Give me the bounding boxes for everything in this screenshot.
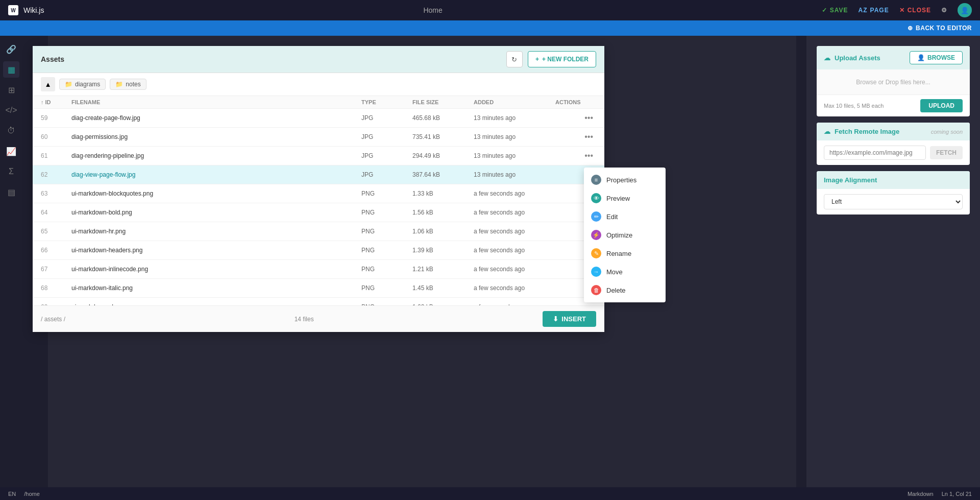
- upload-assets-section: ☁ Upload Assets 👤 BROWSE Browse or Drop …: [817, 46, 970, 116]
- col-filename[interactable]: Filename: [71, 99, 361, 105]
- insert-button[interactable]: ⬇ INSERT: [543, 311, 596, 327]
- file-type: PNG: [361, 284, 412, 292]
- table-row[interactable]: 60 diag-permissions.jpg JPG 735.41 kB 13…: [33, 128, 604, 147]
- table-row[interactable]: 64 ui-markdown-bold.png PNG 1.56 kB a fe…: [33, 203, 604, 222]
- context-delete[interactable]: 🗑 Delete: [584, 281, 666, 299]
- file-added: 13 minutes ago: [474, 114, 555, 122]
- top-bar-left: W Wiki.js: [8, 5, 44, 15]
- table-row[interactable]: 67 ui-markdown-inlinecode.png PNG 1.21 k…: [33, 260, 604, 279]
- context-rename[interactable]: ✎ Rename: [584, 244, 666, 263]
- fetch-title: ☁ Fetch Remote Image: [824, 128, 899, 135]
- file-actions-button[interactable]: •••: [581, 131, 596, 142]
- file-id: 68: [41, 284, 71, 292]
- sidebar-icon-chart[interactable]: 📈: [3, 143, 19, 159]
- sidebar-icon-link[interactable]: 🔗: [3, 41, 19, 57]
- browse-button[interactable]: 👤 BROWSE: [910, 51, 963, 64]
- col-id[interactable]: ↑ ID: [41, 99, 71, 105]
- table-row[interactable]: 66 ui-markdown-headers.png PNG 1.39 kB a…: [33, 241, 604, 260]
- file-added: a few seconds ago: [474, 284, 555, 292]
- cursor-position: Ln 1, Col 21: [942, 491, 972, 497]
- file-size: 1.21 kB: [412, 266, 474, 273]
- max-files-label: Max 10 files, 5 MB each: [824, 103, 884, 109]
- table-row[interactable]: 63 ui-markdown-blockquotes.png PNG 1.33 …: [33, 184, 604, 203]
- user-avatar[interactable]: 👤: [958, 3, 972, 17]
- sidebar-icon-grid[interactable]: ▦: [3, 61, 19, 78]
- table-row[interactable]: 65 ui-markdown-hr.png PNG 1.06 kB a few …: [33, 222, 604, 241]
- file-id: 65: [41, 228, 71, 235]
- alignment-header: Image Alignment: [817, 171, 970, 189]
- file-name: ui-markdown-headers.png: [71, 247, 361, 254]
- file-size: 1.06 kB: [412, 228, 474, 235]
- breadcrumb-nav: ▲ 📁 diagrams 📁 notes: [33, 73, 604, 96]
- coming-soon-label: coming soon: [931, 129, 963, 135]
- file-added: a few seconds ago: [474, 266, 555, 273]
- status-left: EN /home: [8, 491, 40, 497]
- sidebar-icon-grid2[interactable]: ▤: [3, 184, 19, 200]
- file-actions: •••: [555, 112, 596, 124]
- sidebar-icon-sum[interactable]: Σ: [3, 163, 19, 180]
- language-indicator[interactable]: EN: [8, 491, 16, 497]
- sidebar-icon-apps[interactable]: ⊞: [3, 82, 19, 98]
- file-type: JPG: [361, 171, 412, 178]
- context-properties[interactable]: ≡ Properties: [584, 171, 666, 189]
- file-added: 13 minutes ago: [474, 133, 555, 140]
- app-logo: W: [8, 5, 18, 15]
- file-size: 387.64 kB: [412, 171, 474, 178]
- file-name: ui-markdown-inlinecode.png: [71, 266, 361, 273]
- file-size: 735.41 kB: [412, 133, 474, 140]
- file-size: 1.33 kB: [412, 190, 474, 197]
- file-added: a few seconds ago: [474, 228, 555, 235]
- rename-icon: ✎: [591, 248, 601, 258]
- save-button[interactable]: ✓ SAVE: [822, 7, 848, 14]
- table-row[interactable]: 62 diag-view-page-flow.jpg JPG 387.64 kB…: [33, 165, 604, 184]
- circle-arrow-icon: ⊕: [908, 25, 913, 32]
- context-optimize[interactable]: ⚡ Optimize: [584, 226, 666, 244]
- upload-button[interactable]: UPLOAD: [920, 99, 963, 112]
- table-row[interactable]: 59 diag-create-page-flow.jpg JPG 465.68 …: [33, 109, 604, 128]
- file-actions-button[interactable]: •••: [581, 150, 596, 161]
- file-name: ui-markdown-hr.png: [71, 228, 361, 235]
- context-menu: ≡ Properties 👁 Preview ✏ Edit ⚡ Optimize…: [584, 168, 666, 302]
- file-added: 13 minutes ago: [474, 171, 555, 178]
- col-type: Type: [361, 99, 412, 105]
- file-actions-button[interactable]: •••: [581, 112, 596, 124]
- back-to-editor-button[interactable]: ⊕ BACK TO EDITOR: [908, 25, 972, 32]
- footer-path: / assets /: [41, 316, 65, 323]
- folder-icon: 📁: [65, 81, 72, 88]
- drop-zone[interactable]: Browse or Drop files here...: [817, 69, 970, 95]
- fetch-button[interactable]: FETCH: [930, 146, 963, 159]
- table-row[interactable]: 61 diag-rendering-pipeline.jpg JPG 294.4…: [33, 147, 604, 165]
- assets-actions: ↻ + + NEW FOLDER: [506, 51, 596, 67]
- folder-diagrams[interactable]: 📁 diagrams: [59, 79, 106, 90]
- assets-panel: Assets ↻ + + NEW FOLDER ▲ 📁 diagrams �: [33, 46, 604, 332]
- context-edit[interactable]: ✏ Edit: [584, 207, 666, 226]
- settings-button[interactable]: ⚙: [941, 7, 947, 14]
- alignment-dropdown: Left Center Right None: [817, 189, 970, 215]
- fetch-url-input[interactable]: [824, 146, 926, 160]
- file-id: 63: [41, 190, 71, 197]
- blue-strip: ⊕ BACK TO EDITOR: [0, 20, 980, 36]
- file-name: diag-permissions.jpg: [71, 133, 361, 140]
- file-path: /home: [24, 491, 40, 497]
- file-size: 465.68 kB: [412, 114, 474, 122]
- file-id: 64: [41, 209, 71, 216]
- close-button[interactable]: ✕ CLOSE: [899, 7, 931, 14]
- fetch-input-row: FETCH: [817, 140, 970, 165]
- table-row[interactable]: 68 ui-markdown-italic.png PNG 1.45 kB a …: [33, 279, 604, 298]
- page-button[interactable]: AZ PAGE: [859, 7, 889, 14]
- refresh-button[interactable]: ↻: [506, 51, 523, 67]
- file-type: PNG: [361, 190, 412, 197]
- new-folder-button[interactable]: + + NEW FOLDER: [528, 51, 596, 67]
- context-preview[interactable]: 👁 Preview: [584, 189, 666, 207]
- sidebar-icon-code[interactable]: </>: [3, 102, 19, 118]
- top-bar-actions: ✓ SAVE AZ PAGE ✕ CLOSE ⚙ 👤: [822, 3, 972, 17]
- context-move[interactable]: → Move: [584, 263, 666, 281]
- file-actions: •••: [555, 150, 596, 161]
- table-row[interactable]: 69 ui-markdown-ol.png PNG 1.63 kB a few …: [33, 298, 604, 305]
- file-type: JPG: [361, 133, 412, 140]
- sidebar-icon-time[interactable]: ⏱: [3, 123, 19, 139]
- folder-notes[interactable]: 📁 notes: [110, 79, 146, 90]
- alignment-select[interactable]: Left Center Right None: [824, 194, 963, 209]
- file-id: 62: [41, 171, 71, 178]
- up-button[interactable]: ▲: [41, 77, 55, 91]
